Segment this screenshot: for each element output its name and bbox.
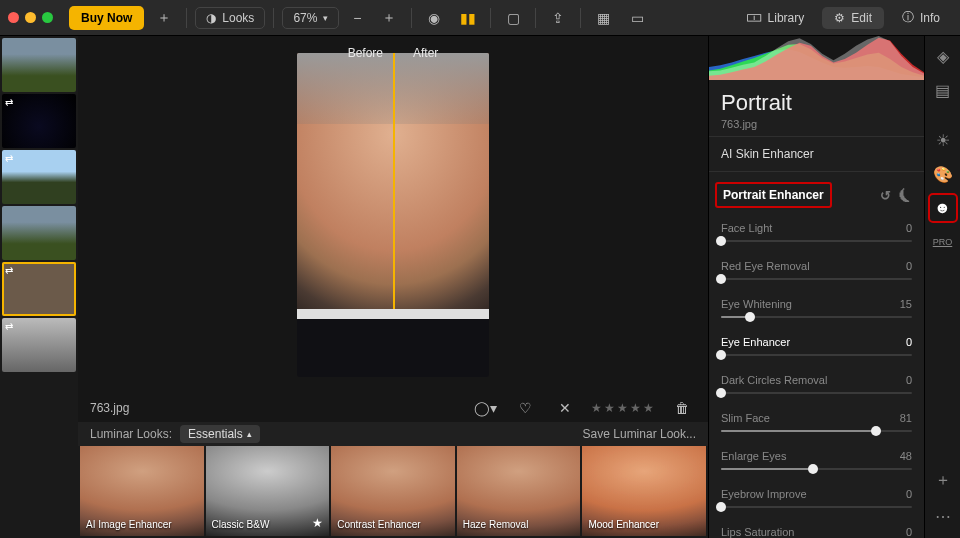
looks-label: Luminar Looks: <box>90 427 172 441</box>
slider-knob[interactable] <box>716 388 726 398</box>
thumbnail[interactable]: ⇄ <box>2 94 76 148</box>
share-button[interactable]: ⇪ <box>544 6 572 30</box>
slider-value: 0 <box>906 526 912 538</box>
slider-label: Enlarge Eyes <box>721 450 786 462</box>
chevron-down-icon: ▴ <box>247 429 252 439</box>
compare-slider[interactable] <box>393 53 395 377</box>
slider-value: 0 <box>906 374 912 386</box>
slider-enlarge-eyes[interactable]: Enlarge Eyes48 <box>721 450 912 476</box>
close-icon[interactable] <box>8 12 19 23</box>
looks-strip: AI Image Enhancer Classic B&W★ Contrast … <box>78 446 708 538</box>
flag-pick[interactable]: ◯▾ <box>471 396 499 420</box>
slider-eye-whitening[interactable]: Eye Whitening15 <box>721 298 912 324</box>
slider-knob[interactable] <box>745 312 755 322</box>
undo-icon[interactable]: ↺ <box>880 188 891 203</box>
single-view-button[interactable]: ▭ <box>623 6 651 30</box>
slider-knob[interactable] <box>871 426 881 436</box>
chevron-down-icon: ▾ <box>323 13 328 23</box>
looks-preset-select[interactable]: Essentials▴ <box>180 425 260 443</box>
compare-button[interactable]: ▮▮ <box>454 6 482 30</box>
add-tool-icon[interactable]: ＋ <box>931 468 955 492</box>
slider-label: Eye Whitening <box>721 298 792 310</box>
thumbnail[interactable]: ⇄ <box>2 318 76 372</box>
add-button[interactable]: ＋ <box>150 6 178 30</box>
filmstrip: ⇄ ⇄ ⇄ ⇄ <box>0 36 78 538</box>
layers-icon[interactable]: ◈ <box>931 44 955 68</box>
section-portrait-enhancer[interactable]: Portrait Enhancer ↺ ⏾ <box>709 171 924 218</box>
slider-knob[interactable] <box>716 274 726 284</box>
preview-toggle[interactable]: ◉ <box>420 6 448 30</box>
library-icon: 🀱 <box>746 11 762 25</box>
crop-button[interactable]: ▢ <box>499 6 527 30</box>
zoom-out-button[interactable]: − <box>343 6 371 30</box>
adjusted-icon: ⇄ <box>5 321 13 332</box>
pro-tool-icon[interactable]: PRO <box>931 230 955 254</box>
maximize-icon[interactable] <box>42 12 53 23</box>
palette-icon: ◑ <box>206 11 216 25</box>
slider-dark-circles-removal[interactable]: Dark Circles Removal0 <box>721 374 912 400</box>
slider-value: 81 <box>900 412 912 424</box>
look-preset[interactable]: Mood Enhancer <box>582 446 706 536</box>
preview-image[interactable] <box>297 53 489 377</box>
zoom-in-button[interactable]: ＋ <box>375 6 403 30</box>
slider-knob[interactable] <box>808 464 818 474</box>
tool-dock: ◈ ▤ ☀ 🎨 ☻ PRO ＋ ⋯ <box>924 36 960 538</box>
slider-value: 0 <box>906 336 912 348</box>
buy-now-button[interactable]: Buy Now <box>69 6 144 30</box>
slider-knob[interactable] <box>716 350 726 360</box>
reject-button[interactable]: ✕ <box>551 396 579 420</box>
canvas-icon[interactable]: ▤ <box>931 78 955 102</box>
look-preset[interactable]: Classic B&W★ <box>206 446 330 536</box>
favorite-button[interactable]: ♡ <box>511 396 539 420</box>
slider-label: Eyebrow Improve <box>721 488 807 500</box>
panel-filename: 763.jpg <box>721 118 912 130</box>
slider-value: 0 <box>906 222 912 234</box>
slider-label: Dark Circles Removal <box>721 374 827 386</box>
grid-view-button[interactable]: ▦ <box>589 6 617 30</box>
window-controls <box>8 12 53 23</box>
after-label: After <box>413 46 438 60</box>
slider-knob[interactable] <box>716 502 726 512</box>
canvas-area: Before After 763.jpg ◯▾ ♡ ✕ ★★★★★ 🗑 Lumi… <box>78 36 708 538</box>
look-preset[interactable]: AI Image Enhancer <box>80 446 204 536</box>
toggle-icon[interactable]: ⏾ <box>899 188 912 203</box>
looks-button[interactable]: ◑ Looks <box>195 7 265 29</box>
slider-knob[interactable] <box>716 236 726 246</box>
adjusted-icon: ⇄ <box>5 265 13 276</box>
filename-label: 763.jpg <box>90 401 129 415</box>
slider-label: Red Eye Removal <box>721 260 810 272</box>
rating-stars[interactable]: ★★★★★ <box>591 401 656 415</box>
tab-info[interactable]: ⓘInfo <box>890 5 952 30</box>
look-preset[interactable]: Contrast Enhancer <box>331 446 455 536</box>
look-preset[interactable]: Haze Removal <box>457 446 581 536</box>
sliders-icon: ⚙ <box>834 11 845 25</box>
trash-button[interactable]: 🗑 <box>668 396 696 420</box>
slider-red-eye-removal[interactable]: Red Eye Removal0 <box>721 260 912 286</box>
slider-slim-face[interactable]: Slim Face81 <box>721 412 912 438</box>
thumbnail-selected[interactable]: ⇄ <box>2 262 76 316</box>
tab-library[interactable]: 🀱Library <box>734 7 817 29</box>
light-tool-icon[interactable]: ☀ <box>931 128 955 152</box>
thumbnail[interactable] <box>2 206 76 260</box>
thumbnail[interactable]: ⇄ <box>2 150 76 204</box>
zoom-level[interactable]: 67%▾ <box>282 7 339 29</box>
slider-label: Face Light <box>721 222 772 234</box>
minimize-icon[interactable] <box>25 12 36 23</box>
tab-edit[interactable]: ⚙Edit <box>822 7 884 29</box>
save-look-button[interactable]: Save Luminar Look... <box>583 427 696 441</box>
panel-title: Portrait <box>721 90 912 116</box>
color-tool-icon[interactable]: 🎨 <box>931 162 955 186</box>
slider-eye-enhancer[interactable]: Eye Enhancer0 <box>721 336 912 362</box>
slider-label: Slim Face <box>721 412 770 424</box>
histogram[interactable] <box>709 36 924 80</box>
slider-lips-saturation[interactable]: Lips Saturation0 <box>721 526 912 538</box>
section-skin-enhancer[interactable]: AI Skin Enhancer <box>709 136 924 171</box>
slider-value: 0 <box>906 488 912 500</box>
slider-face-light[interactable]: Face Light0 <box>721 222 912 248</box>
top-toolbar: Buy Now ＋ ◑ Looks 67%▾ − ＋ ◉ ▮▮ ▢ ⇪ ▦ ▭ … <box>0 0 960 36</box>
slider-eyebrow-improve[interactable]: Eyebrow Improve0 <box>721 488 912 514</box>
portrait-tool-icon[interactable]: ☻ <box>931 196 955 220</box>
adjusted-icon: ⇄ <box>5 97 13 108</box>
more-icon[interactable]: ⋯ <box>931 504 955 528</box>
thumbnail[interactable] <box>2 38 76 92</box>
